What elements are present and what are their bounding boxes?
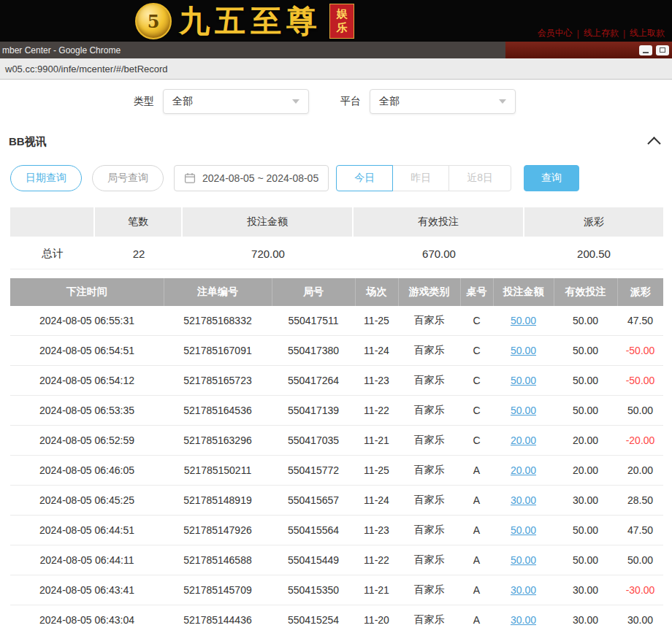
table-row: 2024-08-05 06:55:31 521785168332 5504175… xyxy=(10,306,663,336)
summary-total-label: 总计 xyxy=(10,238,95,269)
order-id-cell: 521785148919 xyxy=(164,486,272,516)
order-id-cell: 521785145709 xyxy=(164,575,272,605)
table-row: 2024-08-05 06:53:35 521785164536 5504171… xyxy=(10,396,663,426)
bet-table-body: 2024-08-05 06:55:31 521785168332 5504175… xyxy=(10,306,663,628)
payout-cell: 47.50 xyxy=(617,306,663,336)
bet-amount-link[interactable]: 30.00 xyxy=(493,575,554,605)
order-id-cell: 521785164536 xyxy=(164,396,272,426)
window-title: mber Center - Google Chrome xyxy=(0,45,505,55)
session-cell: 11-21 xyxy=(355,575,398,605)
maximize-button[interactable] xyxy=(656,45,669,55)
type-label: 类型 xyxy=(134,95,154,108)
type-select[interactable]: 全部 xyxy=(163,89,309,114)
valid-bet-cell: 20.00 xyxy=(554,426,617,456)
session-cell: 11-24 xyxy=(355,486,398,516)
site-logo: 5 九五至尊 娱乐 xyxy=(135,3,354,39)
nav-separator: | xyxy=(577,28,579,39)
bet-record-table: 下注时间 注单编号 局号 场次 游戏类别 桌号 投注金额 有效投注 派彩 202… xyxy=(10,278,663,628)
payout-cell: 47.50 xyxy=(617,516,663,545)
date-range-text: 2024-08-05 ~ 2024-08-05 xyxy=(202,172,318,184)
table-no-cell: C xyxy=(460,306,493,336)
platform-select[interactable]: 全部 xyxy=(370,89,516,114)
bet-time-cell: 2024-08-05 06:46:05 xyxy=(10,456,164,486)
round-id-cell: 550415772 xyxy=(272,456,355,486)
session-cell: 11-20 xyxy=(355,605,398,628)
table-row: 2024-08-05 06:44:51 521785147926 5504155… xyxy=(10,516,663,545)
col-valid-bet: 有效投注 xyxy=(554,278,617,306)
table-no-cell: A xyxy=(460,516,493,545)
summary-count: 22 xyxy=(95,238,183,269)
table-no-cell: A xyxy=(460,456,493,486)
bet-amount-link[interactable]: 50.00 xyxy=(493,396,554,426)
entertainment-badge: 娱乐 xyxy=(329,4,354,39)
col-round-id: 局号 xyxy=(272,278,355,306)
minimize-icon xyxy=(643,52,649,53)
round-id-cell: 550415564 xyxy=(272,516,355,545)
table-row: 2024-08-05 06:46:05 521785150211 5504157… xyxy=(10,456,663,486)
round-query-button[interactable]: 局号查询 xyxy=(92,165,164,191)
payout-cell: 30.00 xyxy=(617,605,663,628)
bet-amount-link[interactable]: 50.00 xyxy=(493,306,554,336)
valid-bet-cell: 50.00 xyxy=(554,545,617,575)
order-id-cell: 521785163296 xyxy=(164,426,272,456)
bet-amount-link[interactable]: 20.00 xyxy=(493,456,554,486)
bet-amount-link[interactable]: 30.00 xyxy=(493,486,554,516)
session-cell: 11-24 xyxy=(355,336,398,366)
col-table-no: 桌号 xyxy=(460,278,493,306)
session-cell: 11-22 xyxy=(355,545,398,575)
order-id-cell: 521785146588 xyxy=(164,545,272,575)
table-no-cell: A xyxy=(460,486,493,516)
bet-amount-link[interactable]: 30.00 xyxy=(493,605,554,628)
bet-time-cell: 2024-08-05 06:43:04 xyxy=(10,605,164,628)
summary-bet-amount: 720.00 xyxy=(183,238,354,269)
game-type-cell: 百家乐 xyxy=(398,336,460,366)
last-8-days-button[interactable]: 近8日 xyxy=(448,165,511,191)
game-type-cell: 百家乐 xyxy=(398,486,460,516)
payout-cell: -30.00 xyxy=(617,575,663,605)
minimize-button[interactable] xyxy=(639,45,652,55)
date-shortcut-group: 今日 昨日 近8日 xyxy=(336,165,511,191)
bet-amount-link[interactable]: 50.00 xyxy=(493,336,554,366)
today-button[interactable]: 今日 xyxy=(336,165,393,191)
valid-bet-cell: 50.00 xyxy=(554,516,617,545)
nav-member-center[interactable]: 会员中心 xyxy=(538,27,573,39)
payout-cell: 50.00 xyxy=(617,545,663,575)
table-row: 2024-08-05 06:52:59 521785163296 5504170… xyxy=(10,426,663,456)
bet-amount-link[interactable]: 50.00 xyxy=(493,545,554,575)
nav-online-withdraw[interactable]: 线上取款 xyxy=(630,27,665,39)
search-button[interactable]: 查询 xyxy=(524,165,579,191)
col-payout: 派彩 xyxy=(617,278,663,306)
col-bet-time: 下注时间 xyxy=(10,278,164,306)
caret-down-icon xyxy=(292,99,299,104)
collapse-chevron-icon[interactable] xyxy=(647,137,660,150)
order-id-cell: 521785165723 xyxy=(164,366,272,396)
platform-select-value: 全部 xyxy=(379,95,400,108)
round-id-cell: 550415657 xyxy=(272,486,355,516)
window-titlebar: mber Center - Google Chrome xyxy=(0,42,672,58)
valid-bet-cell: 50.00 xyxy=(554,306,617,336)
titlebar-right xyxy=(505,42,672,58)
col-order-id: 注单编号 xyxy=(164,278,272,306)
round-id-cell: 550417511 xyxy=(272,306,355,336)
payout-cell: -50.00 xyxy=(617,336,663,366)
bet-time-cell: 2024-08-05 06:55:31 xyxy=(10,306,164,336)
date-query-button[interactable]: 日期查询 xyxy=(10,165,82,191)
bet-amount-link[interactable]: 50.00 xyxy=(493,366,554,396)
bet-amount-link[interactable]: 50.00 xyxy=(493,516,554,545)
date-range-picker[interactable]: 2024-08-05 ~ 2024-08-05 xyxy=(174,165,329,191)
address-bar[interactable]: w05.cc:9900/infe/mcenter/#/betRecord xyxy=(0,58,672,80)
table-header-row: 下注时间 注单编号 局号 场次 游戏类别 桌号 投注金额 有效投注 派彩 xyxy=(10,278,663,306)
bet-amount-link[interactable]: 20.00 xyxy=(493,426,554,456)
round-id-cell: 550415449 xyxy=(272,545,355,575)
order-id-cell: 521785168332 xyxy=(164,306,272,336)
yesterday-button[interactable]: 昨日 xyxy=(392,165,449,191)
summary-valid-bet: 670.00 xyxy=(354,238,524,269)
bet-time-cell: 2024-08-05 06:53:35 xyxy=(10,396,164,426)
round-id-cell: 550415350 xyxy=(272,575,355,605)
round-id-cell: 550417035 xyxy=(272,426,355,456)
nav-online-deposit[interactable]: 线上存款 xyxy=(584,27,619,39)
session-cell: 11-23 xyxy=(355,516,398,545)
order-id-cell: 521785150211 xyxy=(164,456,272,486)
type-select-value: 全部 xyxy=(172,95,193,108)
section-header: BB视讯 xyxy=(9,135,659,149)
